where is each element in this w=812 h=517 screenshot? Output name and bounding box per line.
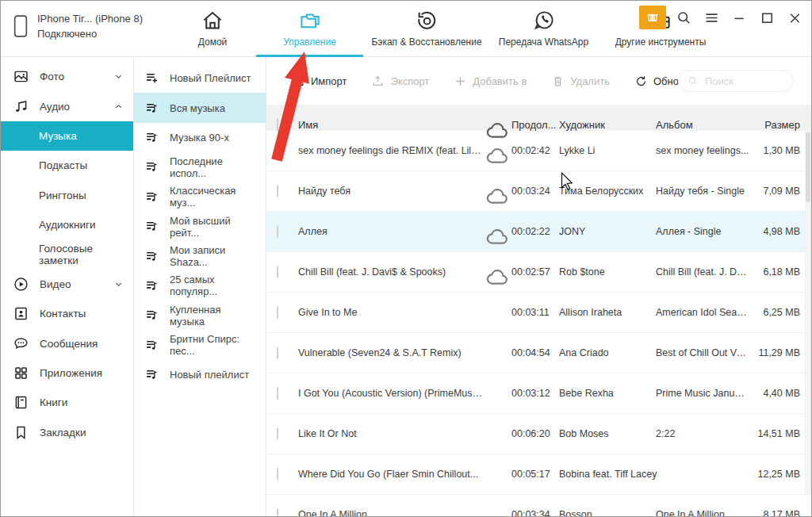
song-size: 7,09 MB: [749, 186, 800, 197]
store-button[interactable]: [639, 6, 666, 29]
song-duration: 00:03:11: [511, 307, 559, 318]
sidebar-item-icon: [13, 335, 29, 352]
row-checkbox[interactable]: [277, 144, 278, 157]
table-row[interactable]: One In A Million 00:03:34 Bosson One In …: [266, 495, 811, 517]
playlist-label: Новый Плейлист: [170, 72, 251, 84]
toolbar-button[interactable]: Импорт: [292, 75, 347, 88]
sidebar-item[interactable]: Книги: [1, 388, 133, 417]
sidebar-item[interactable]: Контакты: [1, 299, 133, 328]
nav-tab-label: Передача WhatsApp: [499, 36, 588, 48]
titlebar-icon[interactable]: [703, 10, 720, 26]
titlebar-icon[interactable]: [787, 10, 803, 26]
column-header-duration[interactable]: Продол...: [511, 119, 559, 131]
playlist-item[interactable]: Мои записи Shaza...: [134, 241, 266, 270]
playlist-item[interactable]: Купленная музыка: [134, 301, 266, 330]
sidebar-item-label: Рингтоны: [39, 190, 86, 201]
playlist-icon: [144, 219, 159, 234]
row-checkbox[interactable]: [277, 306, 278, 319]
playlist-label: Музыка 90-х: [170, 132, 229, 144]
sidebar-item-icon: [13, 424, 29, 441]
table-row[interactable]: sex money feelings die REMIX (feat. Lil …: [266, 131, 811, 171]
table-row[interactable]: Vulnerable (Seven24 & S.A.T Remix) 00:04…: [266, 333, 811, 373]
toolbar-button-icon: [634, 75, 648, 88]
nav-tab-label: Бэкап & Восстановление: [371, 36, 481, 48]
chevron-icon: [113, 279, 124, 289]
song-duration: 00:05:17: [511, 469, 559, 480]
nav-tab[interactable]: Передача WhatsApp: [490, 7, 597, 56]
playlist-item[interactable]: Новый Плейлист: [134, 63, 266, 93]
toolbar-button[interactable]: Удалить: [551, 75, 610, 88]
phone-icon: [12, 14, 29, 38]
select-all-checkbox[interactable]: [277, 118, 278, 132]
sidebar-item[interactable]: Рингтоны: [1, 181, 133, 210]
toolbar-button-label: Импорт: [311, 75, 347, 87]
song-size: 6,25 MB: [749, 307, 800, 318]
titlebar-icon[interactable]: [676, 10, 692, 26]
song-name: One In A Million: [298, 509, 483, 517]
nav-tab[interactable]: Домой: [169, 7, 256, 56]
sidebar-item[interactable]: Закладки: [1, 418, 133, 447]
playlist-item[interactable]: 25 самых популяр...: [134, 271, 266, 301]
playlist-label: Бритни Спирс: пес...: [170, 333, 258, 357]
column-header-artist[interactable]: Художник: [559, 119, 656, 131]
sidebar-item[interactable]: Приложения: [1, 358, 133, 388]
playlist-item[interactable]: Музыка 90-х: [134, 123, 266, 152]
row-checkbox[interactable]: [277, 185, 278, 197]
table-row[interactable]: Give In to Me 00:03:11 Allison Iraheta A…: [266, 293, 811, 333]
nav-tab[interactable]: Бэкап & Восстановление: [363, 7, 490, 56]
table-header: Имя Продол... Художник Альбом Размер: [266, 105, 811, 131]
sidebar-item[interactable]: Сообщения: [1, 329, 133, 358]
row-checkbox[interactable]: [277, 508, 278, 517]
table-row[interactable]: I Got You (Acoustic Version) (PrimeMusic…: [266, 373, 811, 414]
row-checkbox[interactable]: [277, 225, 278, 238]
nav-tab[interactable]: Управление: [256, 7, 363, 56]
playlist-item[interactable]: Новый плейлист: [134, 360, 266, 389]
search-box[interactable]: [678, 70, 794, 92]
search-input[interactable]: [703, 75, 784, 88]
toolbar-button[interactable]: Экспорт: [371, 75, 429, 88]
titlebar-icon[interactable]: [759, 10, 776, 26]
table-row[interactable]: Chill Bill (feat. J. Davi$ & Spooks) 00:…: [266, 252, 811, 293]
scrollbar-thumb[interactable]: [806, 132, 810, 202]
table-row[interactable]: Like It Or Not 00:06:20 Bob Moses 2:22 1…: [266, 414, 811, 454]
titlebar-controls: [639, 6, 803, 29]
row-checkbox[interactable]: [277, 427, 278, 440]
sidebar-item[interactable]: Подкасты: [1, 151, 133, 180]
chevron-icon: [113, 101, 124, 112]
sidebar-item-icon: [13, 365, 29, 381]
playlist-item[interactable]: Мой высший рейт...: [134, 212, 266, 241]
cloud-icon: [483, 223, 511, 251]
sidebar-item[interactable]: Фото: [1, 62, 133, 91]
titlebar-icon[interactable]: [731, 10, 748, 26]
toolbar-button[interactable]: Добавить в: [454, 75, 527, 88]
sidebar-item[interactable]: Голосовые заметки: [1, 239, 133, 269]
table-row[interactable]: Where Did You Go (Flaer Smin Chillout...…: [266, 454, 811, 495]
song-name: Where Did You Go (Flaer Smin Chillout...: [298, 469, 483, 480]
playlist-label: Купленная музыка: [170, 304, 258, 327]
song-name: I Got You (Acoustic Version) (PrimeMusic…: [298, 388, 483, 399]
sidebar-item[interactable]: Аудио: [1, 91, 133, 121]
chevron-icon: [113, 71, 124, 82]
sidebar-item[interactable]: Видео: [1, 270, 133, 299]
column-header-album[interactable]: Альбом: [656, 119, 749, 131]
row-checkbox[interactable]: [277, 347, 278, 359]
vertical-scrollbar[interactable]: [805, 131, 811, 495]
playlist-item[interactable]: Последние испол...: [134, 152, 266, 182]
column-header-size[interactable]: Размер: [749, 119, 800, 131]
chevron-icon: [113, 308, 124, 319]
playlist-item[interactable]: Классическая муз...: [134, 182, 266, 212]
sidebar-item[interactable]: Аудиокниги: [1, 210, 133, 239]
table-row[interactable]: Найду тебя 00:03:24 Тима Белорусских Най…: [266, 171, 811, 212]
playlist-panel: Новый Плейлист Вся музыка Музыка 90-х По…: [134, 57, 266, 517]
row-checkbox[interactable]: [277, 266, 278, 278]
playlist-item[interactable]: Вся музыка: [134, 93, 266, 122]
table-row[interactable]: Аллея 00:02:22 JONY Аллея - Single 4,98 …: [266, 212, 811, 252]
sidebar-item[interactable]: Музыка: [1, 121, 133, 151]
playlist-icon: [144, 101, 159, 116]
playlist-item[interactable]: Бритни Спирс: пес...: [134, 331, 266, 360]
column-header-name[interactable]: Имя: [298, 119, 483, 131]
playlist-icon: [144, 71, 159, 86]
main-content: Импорт Экспорт Добавить в Удалить: [266, 57, 811, 517]
row-checkbox[interactable]: [277, 468, 278, 481]
row-checkbox[interactable]: [277, 387, 278, 400]
